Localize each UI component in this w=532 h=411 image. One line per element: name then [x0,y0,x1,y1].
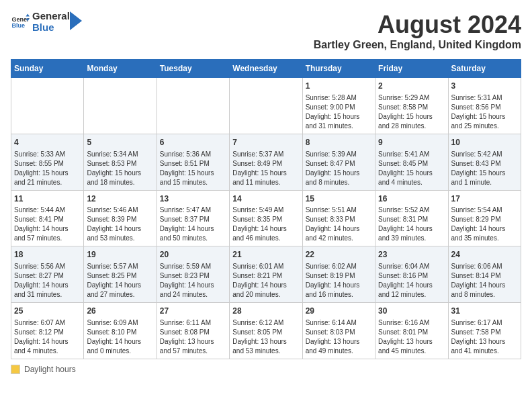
calendar-cell: 27Sunrise: 6:11 AM Sunset: 8:08 PM Dayli… [157,303,229,359]
calendar-cell: 20Sunrise: 5:59 AM Sunset: 8:23 PM Dayli… [157,246,229,303]
calendar-cell: 14Sunrise: 5:49 AM Sunset: 8:35 PM Dayli… [230,190,302,246]
day-number: 17 [451,193,518,205]
cell-content: Sunrise: 6:09 AM Sunset: 8:10 PM Dayligh… [87,318,153,356]
svg-marker-2 [26,13,30,16]
cell-content: Sunrise: 5:49 AM Sunset: 8:35 PM Dayligh… [232,205,299,243]
calendar-cell: 29Sunrise: 6:14 AM Sunset: 8:03 PM Dayli… [302,303,375,359]
calendar-cell: 15Sunrise: 5:51 AM Sunset: 8:33 PM Dayli… [302,190,375,246]
calendar-cell: 11Sunrise: 5:44 AM Sunset: 8:41 PM Dayli… [11,190,84,246]
cell-content: Sunrise: 5:52 AM Sunset: 8:31 PM Dayligh… [378,205,445,243]
day-number: 21 [232,249,299,261]
cell-content: Sunrise: 5:54 AM Sunset: 8:29 PM Dayligh… [451,205,518,243]
calendar-cell: 28Sunrise: 6:12 AM Sunset: 8:05 PM Dayli… [230,303,302,359]
calendar-cell: 6Sunrise: 5:36 AM Sunset: 8:51 PM Daylig… [157,134,229,190]
calendar-cell [84,78,157,134]
cell-content: Sunrise: 6:02 AM Sunset: 8:19 PM Dayligh… [306,262,372,300]
day-number: 14 [232,193,299,205]
cell-content: Sunrise: 5:51 AM Sunset: 8:33 PM Dayligh… [306,205,372,243]
logo-general-text: General [32,11,70,22]
day-number: 11 [14,193,81,205]
calendar-cell: 5Sunrise: 5:34 AM Sunset: 8:53 PM Daylig… [84,134,157,190]
day-number: 13 [160,193,226,205]
subtitle: Bartley Green, England, United Kingdom [314,39,521,51]
cell-content: Sunrise: 5:39 AM Sunset: 8:47 PM Dayligh… [306,150,372,187]
calendar-cell: 9Sunrise: 5:41 AM Sunset: 8:45 PM Daylig… [375,134,448,190]
cell-content: Sunrise: 5:47 AM Sunset: 8:37 PM Dayligh… [160,205,226,243]
calendar-cell: 26Sunrise: 6:09 AM Sunset: 8:10 PM Dayli… [84,303,157,359]
cell-content: Sunrise: 5:46 AM Sunset: 8:39 PM Dayligh… [87,205,153,243]
title-area: August 2024 Bartley Green, England, Unit… [314,11,521,51]
day-number: 6 [160,137,226,148]
cell-content: Sunrise: 5:28 AM Sunset: 9:00 PM Dayligh… [306,93,372,131]
main-title: August 2024 [314,11,521,39]
calendar-cell: 21Sunrise: 6:01 AM Sunset: 8:21 PM Dayli… [230,246,302,303]
calendar-cell: 7Sunrise: 5:37 AM Sunset: 8:49 PM Daylig… [230,134,302,190]
day-number: 16 [378,193,445,205]
cell-content: Sunrise: 6:16 AM Sunset: 8:01 PM Dayligh… [378,318,445,356]
daylight-label: Daylight hours [24,365,76,374]
cell-content: Sunrise: 6:04 AM Sunset: 8:16 PM Dayligh… [378,262,445,300]
day-number: 1 [306,81,372,92]
calendar-row-1: 1Sunrise: 5:28 AM Sunset: 9:00 PM Daylig… [11,78,521,134]
cell-content: Sunrise: 5:41 AM Sunset: 8:45 PM Dayligh… [378,150,445,187]
cell-content: Sunrise: 6:11 AM Sunset: 8:08 PM Dayligh… [160,318,226,356]
cell-content: Sunrise: 5:29 AM Sunset: 8:58 PM Dayligh… [378,93,445,131]
calendar-cell [230,78,302,134]
col-sunday: Sunday [11,60,84,78]
day-number: 12 [87,193,153,205]
day-number: 24 [451,249,518,261]
calendar-cell: 31Sunrise: 6:17 AM Sunset: 7:58 PM Dayli… [448,303,521,359]
svg-text:Blue: Blue [11,22,25,29]
calendar-cell: 16Sunrise: 5:52 AM Sunset: 8:31 PM Dayli… [375,190,448,246]
calendar-row-3: 11Sunrise: 5:44 AM Sunset: 8:41 PM Dayli… [11,190,521,246]
calendar-cell: 3Sunrise: 5:31 AM Sunset: 8:56 PM Daylig… [448,78,521,134]
cell-content: Sunrise: 5:59 AM Sunset: 8:23 PM Dayligh… [160,262,226,300]
calendar-cell: 30Sunrise: 6:16 AM Sunset: 8:01 PM Dayli… [375,303,448,359]
cell-content: Sunrise: 6:01 AM Sunset: 8:21 PM Dayligh… [232,262,299,300]
cell-content: Sunrise: 6:06 AM Sunset: 8:14 PM Dayligh… [451,262,518,300]
calendar-cell: 24Sunrise: 6:06 AM Sunset: 8:14 PM Dayli… [448,246,521,303]
day-number: 27 [160,306,226,317]
day-number: 31 [451,306,518,317]
calendar-row-5: 25Sunrise: 6:07 AM Sunset: 8:12 PM Dayli… [11,303,521,359]
header: General Blue General Blue August 2024 Ba… [11,11,521,51]
day-number: 7 [232,137,299,148]
day-number: 4 [14,137,81,148]
cell-content: Sunrise: 5:36 AM Sunset: 8:51 PM Dayligh… [160,150,226,187]
cell-content: Sunrise: 6:07 AM Sunset: 8:12 PM Dayligh… [14,318,81,356]
calendar-cell: 1Sunrise: 5:28 AM Sunset: 9:00 PM Daylig… [302,78,375,134]
calendar-cell: 2Sunrise: 5:29 AM Sunset: 8:58 PM Daylig… [375,78,448,134]
cell-content: Sunrise: 5:33 AM Sunset: 8:55 PM Dayligh… [14,150,81,187]
cell-content: Sunrise: 5:31 AM Sunset: 8:56 PM Dayligh… [451,93,518,131]
cell-content: Sunrise: 5:56 AM Sunset: 8:27 PM Dayligh… [14,262,81,300]
day-number: 23 [378,249,445,261]
calendar-cell [157,78,229,134]
day-number: 22 [306,249,372,261]
calendar-cell: 25Sunrise: 6:07 AM Sunset: 8:12 PM Dayli… [11,303,84,359]
day-number: 18 [14,249,81,261]
day-number: 3 [451,81,518,92]
calendar-cell: 12Sunrise: 5:46 AM Sunset: 8:39 PM Dayli… [84,190,157,246]
footer-note: Daylight hours [11,365,521,374]
col-monday: Monday [84,60,157,78]
calendar-row-4: 18Sunrise: 5:56 AM Sunset: 8:27 PM Dayli… [11,246,521,303]
cell-content: Sunrise: 5:44 AM Sunset: 8:41 PM Dayligh… [14,205,81,243]
day-number: 8 [306,137,372,148]
day-number: 25 [14,306,81,317]
day-number: 20 [160,249,226,261]
calendar-cell: 8Sunrise: 5:39 AM Sunset: 8:47 PM Daylig… [302,134,375,190]
cell-content: Sunrise: 6:17 AM Sunset: 7:58 PM Dayligh… [451,318,518,356]
cell-content: Sunrise: 6:14 AM Sunset: 8:03 PM Dayligh… [306,318,372,356]
calendar-cell: 19Sunrise: 5:57 AM Sunset: 8:25 PM Dayli… [84,246,157,303]
calendar-cell: 22Sunrise: 6:02 AM Sunset: 8:19 PM Dayli… [302,246,375,303]
col-friday: Friday [375,60,448,78]
logo-blue-text: Blue [32,22,70,34]
calendar-table: Sunday Monday Tuesday Wednesday Thursday… [11,59,521,359]
calendar-cell: 23Sunrise: 6:04 AM Sunset: 8:16 PM Dayli… [375,246,448,303]
col-tuesday: Tuesday [157,60,229,78]
calendar-row-2: 4Sunrise: 5:33 AM Sunset: 8:55 PM Daylig… [11,134,521,190]
cell-content: Sunrise: 6:12 AM Sunset: 8:05 PM Dayligh… [232,318,299,356]
calendar-cell: 4Sunrise: 5:33 AM Sunset: 8:55 PM Daylig… [11,134,84,190]
cell-content: Sunrise: 5:57 AM Sunset: 8:25 PM Dayligh… [87,262,153,300]
day-number: 2 [378,81,445,92]
